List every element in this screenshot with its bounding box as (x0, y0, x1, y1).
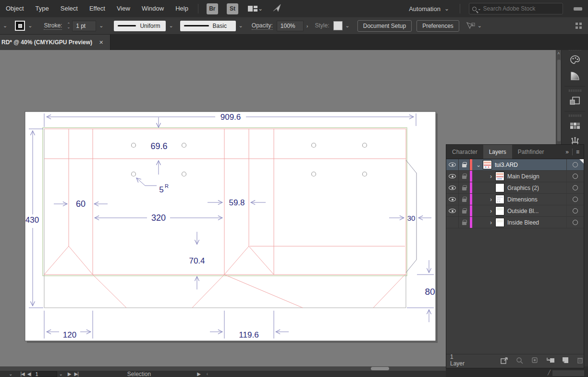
layer-thumbnail[interactable] (495, 218, 504, 227)
stock-button[interactable]: St (227, 3, 238, 14)
new-sublayer-icon[interactable] (547, 357, 554, 364)
target-column[interactable] (566, 182, 584, 193)
visibility-toggle[interactable] (446, 182, 459, 193)
menu-window[interactable]: Window (136, 0, 170, 17)
menu-type[interactable]: Type (30, 0, 55, 17)
chevron-down-icon[interactable]: ⌄ (166, 23, 176, 29)
stroke-stepper[interactable]: ⌃ ⌄ (67, 23, 70, 29)
first-artboard-button[interactable]: |◀ (20, 371, 24, 377)
menu-view[interactable]: View (111, 0, 136, 17)
layer-thumbnail[interactable] (483, 160, 492, 169)
transparency-panel-button[interactable] (562, 93, 588, 109)
stepper-down-icon[interactable]: ⌄ (67, 26, 70, 29)
menu-effect[interactable]: Effect (84, 0, 111, 17)
width-profile-dropdown[interactable]: Uniform (114, 21, 166, 31)
tab-layers[interactable]: Layers (483, 145, 512, 159)
preferences-button[interactable]: Preferences (416, 20, 459, 32)
minimize-bar-icon[interactable] (574, 7, 582, 11)
panel-grid-icon[interactable] (576, 23, 582, 29)
opacity-label[interactable]: Opacity: (252, 22, 273, 30)
target-column[interactable] (566, 171, 584, 182)
fill-color-swatch[interactable] (15, 21, 25, 31)
search-input[interactable] (483, 5, 551, 12)
menu-help[interactable]: Help (170, 0, 194, 17)
workspace-switcher-icon[interactable]: ⌄ (247, 5, 263, 13)
stroke-label[interactable]: Stroke: (44, 22, 62, 30)
visibility-toggle[interactable] (446, 159, 459, 170)
tab-pathfinder[interactable]: Pathfinder (512, 145, 550, 159)
visibility-toggle[interactable] (446, 194, 459, 205)
lock-toggle[interactable] (459, 171, 470, 182)
layer-row-inside-bleed[interactable]: › Inside Bleed (446, 217, 584, 228)
chevron-right-icon[interactable]: › (488, 173, 494, 180)
lock-toggle[interactable] (459, 217, 470, 228)
layer-row-main-design[interactable]: › Main Design (446, 171, 584, 182)
panel-menu-icon[interactable]: ≡ (576, 149, 579, 155)
adobe-stock-search[interactable]: ⌄ (469, 3, 563, 14)
chevron-down-icon[interactable]: ⌄ (343, 23, 353, 29)
close-icon[interactable]: ✕ (99, 39, 103, 46)
last-artboard-button[interactable]: ▶| (74, 371, 78, 377)
layer-thumbnail[interactable] (495, 172, 504, 181)
layer-row-graphics[interactable]: Graphics (2) (446, 182, 584, 194)
artboard-number-field[interactable]: 1 (32, 371, 57, 377)
gradient-panel-button[interactable] (562, 68, 588, 84)
brush-definition-dropdown[interactable]: Basic (180, 21, 236, 31)
panel-resize-area[interactable]: ╱ (446, 368, 588, 377)
target-column[interactable] (566, 205, 584, 216)
lock-toggle[interactable] (459, 182, 470, 193)
layer-name[interactable]: Outside Bl... (507, 208, 539, 214)
layer-row-tui3ard[interactable]: ⌄ tui3.ARD (446, 159, 584, 171)
layer-name[interactable]: Main Design (507, 173, 539, 180)
tab-character[interactable]: Character (446, 145, 483, 159)
chevron-right-icon[interactable]: › (488, 196, 494, 203)
horizontal-scroll-handle[interactable] (371, 367, 389, 370)
chevron-right-icon[interactable]: › (488, 208, 494, 214)
status-menu-icon[interactable]: ▶ (197, 371, 201, 377)
visibility-toggle[interactable] (446, 171, 459, 182)
previous-artboard-button[interactable]: ◀ (27, 371, 31, 377)
automation-menu[interactable]: Automation ⌄ (402, 5, 456, 13)
collect-for-export-icon[interactable] (501, 357, 508, 364)
swatches-panel-button[interactable] (562, 118, 588, 134)
resize-grip-icon[interactable]: ╱ (548, 370, 551, 375)
visibility-toggle[interactable] (446, 205, 459, 216)
next-artboard-button[interactable]: ▶ (68, 371, 72, 377)
scroll-up-icon[interactable]: ˄ (556, 50, 561, 57)
layer-name[interactable]: Graphics (2) (507, 185, 539, 191)
chevron-down-icon[interactable]: ⌄ (236, 23, 246, 29)
document-tab[interactable]: RD* @ 40% (CMYK/GPU Preview) ✕ (0, 35, 110, 50)
style-swatch[interactable] (333, 21, 343, 30)
layer-row-dimensions[interactable]: › Dimensions (446, 194, 584, 205)
menu-select[interactable]: Select (55, 0, 84, 17)
layer-thumbnail[interactable] (495, 206, 504, 215)
artboard-dropdown-icon[interactable]: ⌄ (59, 371, 62, 377)
bridge-button[interactable]: Br (207, 3, 218, 14)
zoom-dropdown-icon[interactable]: ⌄ (9, 371, 12, 377)
locate-object-icon[interactable] (516, 357, 523, 364)
lock-toggle[interactable] (459, 205, 470, 216)
chevron-down-icon[interactable]: ⌄ (0, 23, 10, 29)
share-icon[interactable] (272, 3, 282, 14)
chevron-down-icon[interactable]: ⌄ (25, 23, 35, 29)
layer-name[interactable]: tui3.ARD (495, 162, 518, 168)
layer-thumbnail[interactable] (495, 195, 504, 204)
lock-toggle[interactable] (459, 159, 470, 170)
select-similar-icon[interactable] (466, 22, 475, 30)
chevron-down-icon[interactable]: ⌄ (96, 23, 106, 29)
color-panel-button[interactable] (562, 51, 588, 68)
target-column[interactable] (566, 194, 584, 205)
vertical-scroll-handle[interactable] (557, 60, 561, 141)
layer-row-outside-bleed[interactable]: › Outside Bl... (446, 205, 584, 217)
scroll-left-icon[interactable]: ‹ (207, 371, 208, 377)
stroke-weight-field[interactable]: 1 pt (72, 21, 96, 31)
opacity-field[interactable]: 100% (277, 21, 304, 31)
chevron-right-icon[interactable]: › (304, 23, 311, 29)
layer-name[interactable]: Inside Bleed (507, 219, 539, 226)
chevron-down-icon[interactable]: ⌄ (475, 23, 485, 29)
visibility-toggle[interactable] (446, 217, 459, 228)
lock-toggle[interactable] (459, 194, 470, 205)
make-clipping-mask-icon[interactable] (531, 357, 539, 364)
menu-object[interactable]: Object (0, 0, 30, 17)
new-layer-icon[interactable] (562, 357, 569, 364)
